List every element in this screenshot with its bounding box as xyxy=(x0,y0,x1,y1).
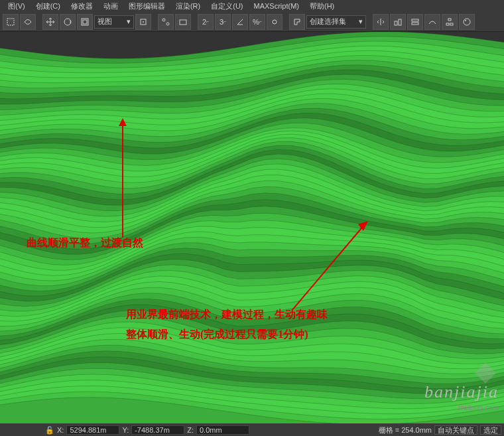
svg-point-6 xyxy=(162,19,165,21)
svg-rect-8 xyxy=(180,20,186,25)
tool-edit-named-selection[interactable] xyxy=(289,14,305,30)
annotation-text-right2: 整体顺滑、生动(完成过程只需要1分钟) xyxy=(126,328,308,342)
annotation-arrow-right xyxy=(292,218,371,311)
viewport[interactable]: 曲线顺滑平整，过渡自然 用业界最前端技术，建模过程，生动有趣味 整体顺滑、生动(… xyxy=(0,32,504,423)
svg-rect-2 xyxy=(83,20,87,24)
tool-spinner-snap[interactable] xyxy=(267,14,283,30)
svg-rect-11 xyxy=(399,19,401,25)
menu-maxscript[interactable]: MAXScript(M) xyxy=(249,1,304,11)
svg-point-7 xyxy=(166,23,169,25)
tool-curve-editor[interactable] xyxy=(424,14,440,30)
menu-animation[interactable]: 动画 xyxy=(98,0,123,13)
tool-angle-snap[interactable] xyxy=(232,14,248,30)
tool-snap-2d[interactable]: 2⌐ xyxy=(198,14,214,30)
grid-label: 栅格 = 254.0mm xyxy=(379,425,432,435)
coord-y-input[interactable]: -7488.37m xyxy=(131,425,184,435)
svg-point-17 xyxy=(464,19,470,25)
tool-schematic-view[interactable] xyxy=(442,14,458,30)
coord-x-input[interactable]: 5294.881m xyxy=(66,425,119,435)
main-toolbar: 视图▾ 2⌐ 3⌐ %⌐ 创建选择集▾ xyxy=(0,12,504,32)
svg-rect-0 xyxy=(7,19,14,25)
tool-layers[interactable] xyxy=(407,14,423,30)
coord-z-label: Z: xyxy=(187,426,194,434)
tool-material-editor[interactable] xyxy=(459,14,475,30)
svg-point-1 xyxy=(64,19,71,25)
watermark-main: banjiajia xyxy=(424,382,499,402)
svg-rect-14 xyxy=(448,19,451,21)
coord-y-label: Y: xyxy=(122,426,129,434)
svg-rect-12 xyxy=(412,19,418,21)
coord-x-label: X: xyxy=(57,426,64,434)
svg-rect-15 xyxy=(446,23,449,25)
menu-modifier[interactable]: 修改器 xyxy=(66,0,98,13)
tool-keyboard-shortcut[interactable] xyxy=(175,14,191,30)
svg-point-9 xyxy=(273,20,277,24)
tool-move[interactable] xyxy=(42,14,58,30)
lock-icon[interactable]: 🔓 xyxy=(45,426,54,435)
auto-key-button[interactable]: 自动关键点 xyxy=(434,425,477,435)
menu-bar: 图(V) 创建(C) 修改器 动画 图形编辑器 渲染(R) 自定义(U) MAX… xyxy=(0,0,504,12)
tool-select-lasso[interactable] xyxy=(20,14,36,30)
terrain-render xyxy=(0,32,504,423)
status-bar: 🔓 X: 5294.881m Y: -7488.37m Z: 0.0mm 栅格 … xyxy=(0,424,504,436)
menu-render[interactable]: 渲染(R) xyxy=(170,0,206,13)
annotation-text-right1: 用业界最前端技术，建模过程，生动有趣味 xyxy=(126,308,328,322)
svg-point-18 xyxy=(465,20,466,21)
svg-point-5 xyxy=(143,21,144,23)
tool-mirror[interactable] xyxy=(373,14,389,30)
menu-customize[interactable]: 自定义(U) xyxy=(206,0,248,13)
tool-scale[interactable] xyxy=(77,14,93,30)
tool-rotate[interactable] xyxy=(60,14,76,30)
watermark-sub: zhulong.com xyxy=(458,403,499,411)
tool-select-region[interactable] xyxy=(3,14,19,30)
menu-graph-editor[interactable]: 图形编辑器 xyxy=(123,0,170,13)
svg-rect-10 xyxy=(395,21,397,25)
annotation-arrow-left xyxy=(116,118,136,238)
tool-manipulate[interactable] xyxy=(158,14,174,30)
named-selection-dropdown[interactable]: 创建选择集▾ xyxy=(306,15,366,29)
coord-z-input[interactable]: 0.0mm xyxy=(196,425,249,435)
annotation-text-left: 曲线顺滑平整，过渡自然 xyxy=(27,236,143,250)
tool-percent-snap[interactable]: %⌐ xyxy=(249,14,265,30)
zhulong-logo-icon xyxy=(473,361,497,385)
svg-rect-13 xyxy=(412,23,418,25)
selected-button[interactable]: 选定 xyxy=(480,425,501,435)
reference-coord-dropdown[interactable]: 视图▾ xyxy=(94,15,134,29)
tool-align[interactable] xyxy=(390,14,406,30)
tool-use-center[interactable] xyxy=(135,14,151,30)
menu-create[interactable]: 创建(C) xyxy=(31,0,66,13)
menu-view[interactable]: 图(V) xyxy=(3,0,31,13)
svg-rect-16 xyxy=(450,23,453,25)
menu-help[interactable]: 帮助(H) xyxy=(304,0,340,13)
tool-snap-3d[interactable]: 3⌐ xyxy=(215,14,231,30)
